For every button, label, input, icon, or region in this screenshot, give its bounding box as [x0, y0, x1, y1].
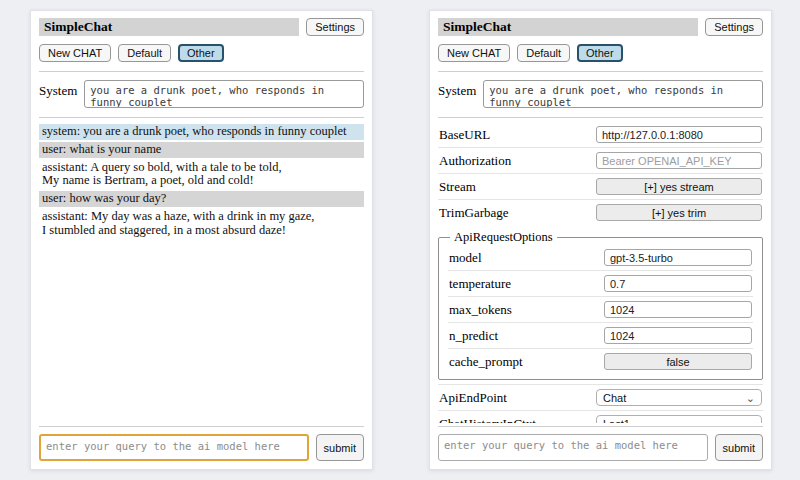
stream-label: Stream	[439, 179, 476, 195]
query-input[interactable]	[438, 434, 708, 461]
temperature-input[interactable]	[604, 275, 752, 292]
divider	[438, 117, 763, 118]
setting-row-stream: Stream [+] yes stream	[438, 173, 763, 199]
chat-message-list: system: you are a drunk poet, who respon…	[39, 124, 364, 423]
system-label: System	[39, 80, 77, 99]
system-prompt-input[interactable]: you are a drunk poet, who responds in fu…	[84, 80, 364, 108]
authorization-label: Authorization	[439, 153, 511, 169]
chathistoryinctxt-select[interactable]: Last1 ⌄	[596, 415, 762, 423]
app-title: SimpleChat	[39, 18, 299, 36]
cache-prompt-toggle-button[interactable]: false	[604, 353, 752, 370]
system-label: System	[438, 80, 476, 99]
setting-row-trimgarbage: TrimGarbage [+] yes trim	[438, 199, 763, 225]
chat-message-assistant: assistant: A query so bold, with a tale …	[39, 160, 364, 190]
baseurl-input[interactable]	[596, 126, 762, 143]
session-tab-default[interactable]: Default	[118, 44, 171, 62]
stage: SimpleChat Settings New CHAT Default Oth…	[0, 0, 800, 480]
chevron-down-icon: ⌄	[746, 393, 755, 403]
new-chat-button[interactable]: New CHAT	[438, 44, 510, 62]
chat-message-user: user: what is your name	[39, 142, 364, 158]
trimgarbage-toggle-button[interactable]: [+] yes trim	[596, 204, 762, 221]
chat-panel: SimpleChat Settings New CHAT Default Oth…	[30, 10, 373, 470]
submit-button[interactable]: submit	[316, 434, 364, 461]
apiendpoint-select[interactable]: Chat ⌄	[596, 389, 762, 406]
authorization-input[interactable]	[596, 152, 762, 169]
new-chat-button[interactable]: New CHAT	[39, 44, 111, 62]
session-toolbar: New CHAT Default Other	[438, 44, 763, 62]
apiendpoint-selected-value: Chat	[603, 392, 626, 404]
system-prompt-input[interactable]: you are a drunk poet, who responds in fu…	[483, 80, 763, 108]
divider	[438, 71, 763, 72]
session-tab-other[interactable]: Other	[178, 44, 224, 62]
apiendpoint-label: ApiEndPoint	[439, 390, 507, 406]
settings-panel: SimpleChat Settings New CHAT Default Oth…	[429, 10, 772, 470]
titlebar: SimpleChat Settings	[438, 18, 763, 36]
cache-prompt-label: cache_prompt	[449, 354, 523, 370]
max-tokens-input[interactable]	[604, 301, 752, 318]
titlebar: SimpleChat Settings	[39, 18, 364, 36]
query-row: submit	[39, 434, 364, 461]
session-tab-other[interactable]: Other	[577, 44, 623, 62]
app-title: SimpleChat	[438, 18, 698, 36]
query-input[interactable]	[39, 434, 309, 461]
submit-button[interactable]: submit	[715, 434, 763, 461]
setting-row-cache-prompt: cache_prompt false	[448, 348, 753, 374]
chat-message-assistant: assistant: My day was a haze, with a dri…	[39, 209, 364, 239]
setting-row-model: model	[448, 245, 753, 270]
settings-list: BaseURL Authorization Stream [+] yes str…	[438, 122, 763, 423]
n-predict-input[interactable]	[604, 327, 752, 344]
divider	[39, 426, 364, 427]
system-prompt-row: System you are a drunk poet, who respond…	[39, 80, 364, 108]
settings-button[interactable]: Settings	[306, 18, 364, 36]
divider	[39, 71, 364, 72]
setting-row-chathistoryinctxt: ChatHistoryInCtxt Last1 ⌄	[438, 410, 763, 423]
model-input[interactable]	[604, 249, 752, 266]
setting-row-baseurl: BaseURL	[438, 122, 763, 147]
setting-row-n-predict: n_predict	[448, 322, 753, 348]
divider	[438, 426, 763, 427]
trimgarbage-label: TrimGarbage	[439, 205, 509, 221]
api-request-options-group: ApiRequestOptions model temperature max_…	[438, 230, 763, 380]
setting-row-max-tokens: max_tokens	[448, 296, 753, 322]
chevron-down-icon: ⌄	[746, 419, 755, 424]
chat-message-user: user: how was your day?	[39, 191, 364, 207]
setting-row-apiendpoint: ApiEndPoint Chat ⌄	[438, 384, 763, 410]
setting-row-authorization: Authorization	[438, 147, 763, 173]
api-request-options-legend: ApiRequestOptions	[450, 230, 557, 245]
query-row: submit	[438, 434, 763, 461]
session-toolbar: New CHAT Default Other	[39, 44, 364, 62]
system-prompt-row: System you are a drunk poet, who respond…	[438, 80, 763, 108]
baseurl-label: BaseURL	[439, 127, 490, 143]
n-predict-label: n_predict	[449, 328, 498, 344]
max-tokens-label: max_tokens	[449, 302, 512, 318]
chathistoryinctxt-label: ChatHistoryInCtxt	[439, 416, 536, 424]
model-label: model	[449, 250, 482, 266]
divider	[39, 117, 364, 118]
stream-toggle-button[interactable]: [+] yes stream	[596, 178, 762, 195]
setting-row-temperature: temperature	[448, 270, 753, 296]
settings-button[interactable]: Settings	[705, 18, 763, 36]
chathistoryinctxt-selected-value: Last1	[603, 418, 630, 424]
session-tab-default[interactable]: Default	[517, 44, 570, 62]
temperature-label: temperature	[449, 276, 511, 292]
chat-message-system: system: you are a drunk poet, who respon…	[39, 124, 364, 140]
